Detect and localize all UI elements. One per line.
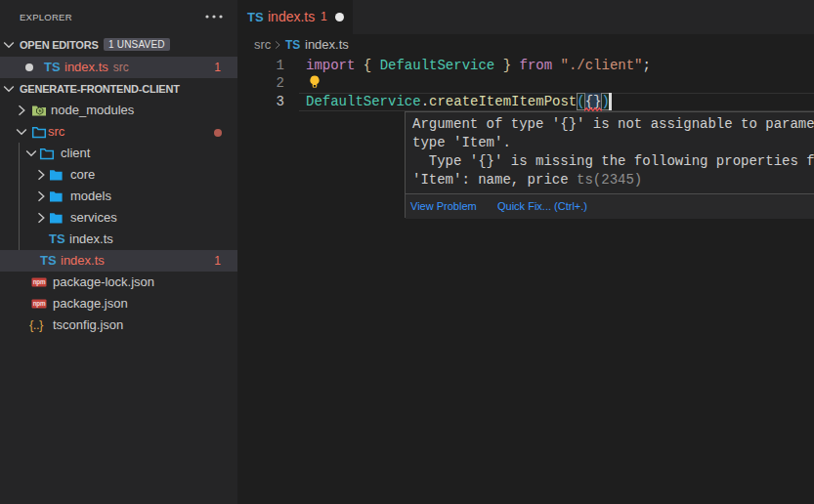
svg-text:npm: npm [33,300,46,308]
svg-text:npm: npm [33,278,46,286]
